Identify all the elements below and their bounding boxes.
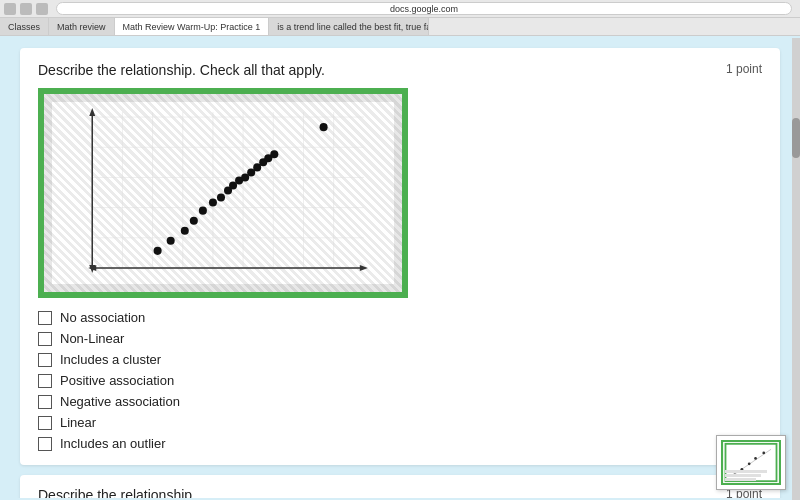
svg-marker-18: [360, 265, 368, 271]
scrollbar[interactable]: [792, 38, 800, 500]
option-negative-association-label: Negative association: [60, 394, 180, 409]
svg-point-23: [209, 199, 217, 207]
svg-point-24: [217, 194, 225, 202]
option-positive-association-label: Positive association: [60, 373, 174, 388]
svg-marker-17: [89, 108, 95, 116]
option-negative-association[interactable]: Negative association: [38, 394, 762, 409]
option-no-association-label: No association: [60, 310, 145, 325]
checkbox-non-linear[interactable]: [38, 332, 52, 346]
option-non-linear[interactable]: Non-Linear: [38, 331, 762, 346]
checkbox-linear[interactable]: [38, 416, 52, 430]
svg-point-22: [199, 207, 207, 215]
thumbnail-text-3: [725, 478, 756, 481]
tab-math-warmup[interactable]: Math Review Warm-Up: Practice 1: [115, 18, 270, 35]
thumbnail-text-2: [725, 474, 761, 477]
question-2-title: Describe the relationship.: [38, 487, 196, 498]
forward-button[interactable]: [20, 3, 32, 15]
option-positive-association[interactable]: Positive association: [38, 373, 762, 388]
svg-point-45: [762, 452, 765, 455]
back-button[interactable]: [4, 3, 16, 15]
svg-point-35: [167, 237, 175, 245]
option-includes-cluster[interactable]: Includes a cluster: [38, 352, 762, 367]
url-text: docs.google.com: [390, 4, 458, 14]
tab-classes[interactable]: Classes: [0, 18, 49, 35]
question-2-header: Describe the relationship. 1 point: [38, 487, 762, 498]
svg-point-37: [190, 217, 198, 225]
question-1-title: Describe the relationship. Check all tha…: [38, 62, 325, 78]
svg-point-44: [754, 457, 757, 460]
main-content: Describe the relationship. Check all tha…: [0, 36, 800, 498]
checkbox-no-association[interactable]: [38, 311, 52, 325]
question-1-header: Describe the relationship. Check all tha…: [38, 62, 762, 78]
url-bar[interactable]: docs.google.com: [56, 2, 792, 15]
question-1-card: Describe the relationship. Check all tha…: [20, 48, 780, 465]
svg-point-33: [270, 150, 278, 158]
option-includes-outlier-label: Includes an outlier: [60, 436, 166, 451]
option-non-linear-label: Non-Linear: [60, 331, 124, 346]
svg-point-34: [154, 247, 162, 255]
svg-point-43: [748, 463, 751, 466]
scrollbar-thumb[interactable]: [792, 118, 800, 158]
tab-bar: Classes Math review Math Review Warm-Up:…: [0, 18, 800, 36]
browser-bar: docs.google.com: [0, 0, 800, 18]
thumbnail-inner: [721, 440, 781, 485]
question-2-card: Describe the relationship. 1 point: [20, 475, 780, 498]
option-linear[interactable]: Linear: [38, 415, 762, 430]
svg-point-21: [320, 123, 328, 131]
scatter-plot-inner: [52, 102, 394, 284]
tab-trend-line[interactable]: is a trend line called the best fit, tru…: [269, 18, 429, 35]
thumbnail-preview: [716, 435, 786, 490]
option-linear-label: Linear: [60, 415, 96, 430]
option-includes-cluster-label: Includes a cluster: [60, 352, 161, 367]
option-includes-outlier[interactable]: Includes an outlier: [38, 436, 762, 451]
scatter-plot-container: [38, 88, 408, 298]
option-no-association[interactable]: No association: [38, 310, 762, 325]
question-1-points: 1 point: [726, 62, 762, 76]
svg-point-36: [181, 227, 189, 235]
scatter-plot-svg: [52, 102, 394, 284]
checkbox-negative-association[interactable]: [38, 395, 52, 409]
tab-math-review[interactable]: Math review: [49, 18, 115, 35]
reload-button[interactable]: [36, 3, 48, 15]
checkbox-includes-cluster[interactable]: [38, 353, 52, 367]
thumbnail-text-1: [725, 470, 767, 473]
options-list: No association Non-Linear Includes a clu…: [38, 310, 762, 451]
checkbox-positive-association[interactable]: [38, 374, 52, 388]
checkbox-includes-outlier[interactable]: [38, 437, 52, 451]
